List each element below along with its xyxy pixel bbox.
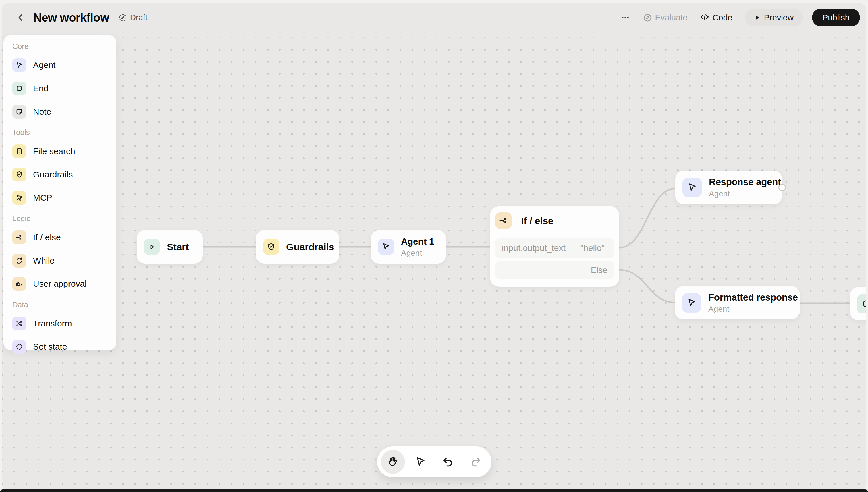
node-end-partial[interactable] — [850, 287, 866, 320]
if-condition-text: input.output_text == "hello" — [502, 243, 605, 253]
dashed-circle-icon — [13, 340, 26, 354]
shuffle-icon — [13, 317, 26, 330]
else-label: Else — [591, 265, 608, 275]
preview-button[interactable]: Preview — [745, 8, 803, 26]
node-title: If / else — [521, 215, 554, 226]
play-icon — [754, 14, 760, 21]
play-icon — [144, 239, 160, 255]
end-icon — [13, 81, 26, 95]
undo-icon — [442, 456, 454, 468]
palette-item-label: MCP — [33, 193, 52, 203]
publish-button[interactable]: Publish — [812, 8, 860, 26]
bottom-window-edge — [0, 489, 868, 492]
node-palette: Core Agent End Note Tools File search Gu… — [3, 35, 116, 350]
redo-button[interactable] — [464, 450, 488, 474]
node-subtitle: Agent — [709, 189, 781, 198]
code-label: Code — [712, 13, 732, 22]
output-port[interactable] — [778, 184, 786, 191]
node-subtitle: Agent — [708, 304, 798, 314]
agent-cursor-icon — [378, 239, 394, 255]
agent-cursor-icon — [682, 178, 702, 197]
palette-item-mcp[interactable]: MCP — [13, 191, 110, 205]
status-label: Draft — [130, 13, 148, 22]
palette-item-label: Agent — [33, 60, 55, 70]
palette-item-label: If / else — [33, 232, 61, 242]
redo-icon — [470, 456, 482, 468]
hand-icon — [387, 456, 399, 468]
branch-icon — [495, 213, 512, 229]
node-start[interactable]: Start — [137, 230, 203, 264]
palette-item-transform[interactable]: Transform — [13, 317, 110, 330]
end-icon — [857, 294, 866, 314]
node-subtitle: Agent — [401, 249, 434, 258]
palette-item-while[interactable]: While — [13, 254, 110, 268]
section-label-data: Data — [13, 300, 110, 309]
agent-cursor-icon — [13, 58, 26, 72]
palette-item-label: Note — [33, 107, 51, 117]
node-if-else[interactable]: If / else input.output_text == "hello" E… — [490, 206, 619, 287]
palette-item-set-state[interactable]: Set state — [13, 340, 110, 354]
palette-item-label: Guardrails — [33, 170, 73, 179]
node-title: Guardrails — [286, 241, 334, 253]
code-icon — [700, 13, 709, 22]
palette-item-label: End — [33, 83, 48, 93]
loop-icon — [13, 254, 26, 268]
palette-item-label: Transform — [33, 319, 72, 328]
palette-item-if-else[interactable]: If / else — [13, 230, 110, 244]
status-badge: Draft — [118, 13, 148, 22]
thumbs-icon — [13, 277, 26, 291]
workflow-canvas[interactable]: Start Guardrails Agent 1 Agent — [2, 3, 866, 490]
page-title: New workflow — [33, 11, 109, 24]
evaluate-button[interactable]: Evaluate — [643, 13, 688, 22]
preview-label: Preview — [764, 13, 794, 22]
palette-item-label: While — [33, 256, 54, 266]
else-row[interactable]: Else — [495, 261, 614, 279]
palette-item-guardrails[interactable]: Guardrails — [13, 168, 110, 181]
undo-button[interactable] — [436, 450, 460, 474]
node-agent-1[interactable]: Agent 1 Agent — [371, 230, 446, 264]
node-guardrails[interactable]: Guardrails — [256, 230, 339, 264]
node-title: Formatted response — [708, 292, 798, 303]
compass-icon — [643, 13, 652, 22]
ellipsis-icon — [620, 13, 630, 22]
evaluate-label: Evaluate — [655, 13, 688, 22]
section-label-logic: Logic — [13, 214, 110, 223]
palette-item-end[interactable]: End — [13, 81, 110, 95]
node-title: Response agent — [709, 176, 781, 188]
palette-item-label: File search — [33, 146, 75, 156]
pan-hand-tool[interactable] — [381, 450, 405, 474]
section-label-tools: Tools — [13, 128, 110, 137]
shield-check-icon — [13, 168, 26, 181]
node-formatted-response[interactable]: Formatted response Agent — [675, 286, 800, 319]
node-response-agent[interactable]: Response agent Agent — [675, 171, 782, 204]
chevron-left-icon — [16, 13, 26, 22]
select-cursor-tool[interactable] — [408, 450, 432, 474]
canvas-toolbar — [377, 446, 491, 477]
palette-item-file-search[interactable]: File search — [13, 144, 110, 158]
back-button[interactable] — [14, 11, 27, 24]
draft-pencil-icon — [118, 13, 127, 22]
database-icon — [13, 144, 26, 158]
node-title: Start — [167, 241, 189, 253]
section-label-core: Core — [13, 42, 110, 51]
palette-item-note[interactable]: Note — [13, 105, 110, 119]
palette-item-label: User approval — [33, 279, 87, 289]
top-bar: New workflow Draft Evaluate Code Preview… — [0, 3, 868, 35]
palette-item-agent[interactable]: Agent — [13, 58, 110, 72]
mcp-icon — [13, 191, 26, 205]
more-menu-button[interactable] — [620, 13, 630, 22]
node-title: Agent 1 — [401, 236, 434, 247]
code-button[interactable]: Code — [700, 13, 732, 22]
cursor-icon — [415, 456, 426, 468]
publish-label: Publish — [822, 13, 850, 22]
agent-cursor-icon — [682, 293, 701, 313]
palette-item-user-approval[interactable]: User approval — [13, 277, 110, 291]
note-icon — [13, 105, 26, 119]
if-condition-row[interactable]: input.output_text == "hello" — [495, 238, 614, 258]
branch-icon — [13, 230, 26, 244]
palette-item-label: Set state — [33, 342, 67, 352]
shield-check-icon — [263, 239, 279, 255]
